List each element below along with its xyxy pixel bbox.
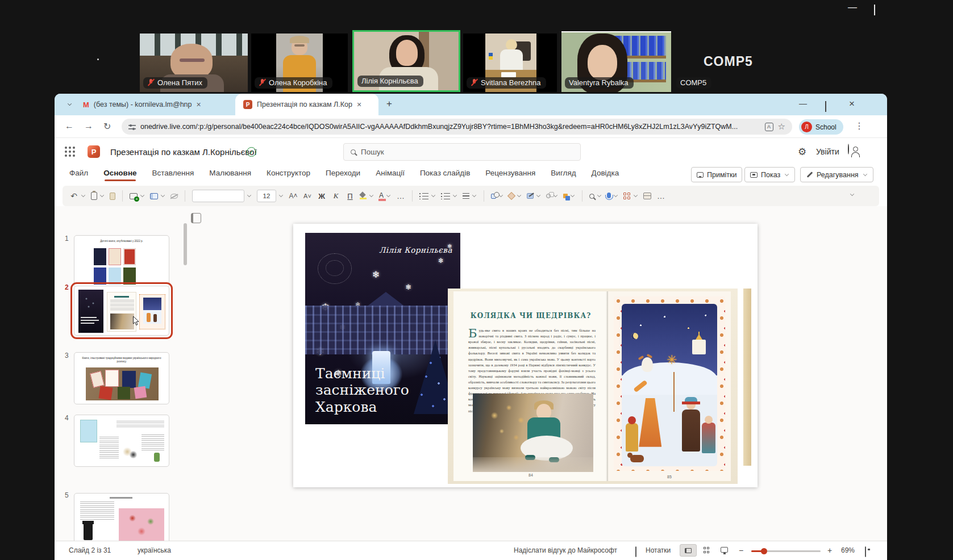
ribbon-tab-design[interactable]: Конструктор (267, 169, 310, 181)
document-title[interactable]: Презентація по казкам Л.Корнільєвої (110, 147, 257, 157)
video-tile-liliia-kornilieva-active-speaker[interactable]: Лілія Корнільєва (352, 30, 460, 92)
font-color-chevron[interactable] (386, 193, 390, 197)
bold-button[interactable]: Ж (317, 191, 326, 200)
shape-fill-chevron[interactable] (517, 193, 521, 197)
find-chevron[interactable] (597, 193, 601, 197)
bullet-list-icon[interactable] (422, 193, 428, 199)
zoom-level[interactable]: 69% (841, 546, 855, 554)
slide-thumbnail-1[interactable]: Дитячі книги, опубліковані у 2022 р. (74, 235, 169, 287)
highlight-color-icon[interactable] (360, 193, 367, 199)
align-chevron[interactable] (472, 193, 476, 197)
highlight-chevron[interactable] (369, 193, 373, 197)
undo-chevron[interactable] (81, 193, 85, 197)
zoom-slider[interactable] (751, 550, 821, 552)
ribbon-tab-animations[interactable]: Анімації (376, 169, 405, 181)
paste-icon[interactable] (91, 192, 97, 200)
hide-slide-icon[interactable] (170, 194, 178, 199)
new-slide-chevron[interactable] (140, 193, 144, 197)
ribbon-tab-view[interactable]: Вигляд (551, 169, 576, 181)
font-color-icon[interactable]: A (379, 191, 384, 201)
more-font-options-icon[interactable]: … (396, 191, 405, 200)
feedback-link[interactable]: Надіслати відгук до Майкрософт (514, 546, 617, 554)
ribbon-tab-file[interactable]: Файл (69, 169, 88, 181)
merge-shapes-icon[interactable] (546, 194, 551, 198)
sign-in-link[interactable]: Увійти (816, 147, 839, 156)
fit-to-window-icon[interactable] (865, 546, 866, 557)
slide-thumbnail-3[interactable]: Книги, ілюстровані традиційними видами у… (74, 352, 169, 404)
slide-counter[interactable]: Слайд 2 із 31 (69, 546, 111, 554)
slide-thumbnail-4[interactable] (74, 415, 169, 467)
ribbon-tab-draw[interactable]: Малювання (209, 169, 251, 181)
chevron-down-icon[interactable] (863, 172, 867, 175)
search-box[interactable]: Пошук (343, 143, 581, 161)
video-tile-comp5[interactable]: COMP5 COMP5 (673, 31, 833, 92)
ribbon-tab-transitions[interactable]: Переходи (326, 169, 360, 181)
app-launcher-waffle-icon[interactable] (65, 147, 75, 157)
zoom-out-button[interactable]: − (739, 546, 743, 555)
tab-gmail[interactable]: M (без темы) - kornileva.lm@hnp × (78, 97, 231, 112)
bookmark-star-icon[interactable]: ☆ (778, 122, 785, 132)
more-toolbar-options-icon[interactable]: … (656, 191, 665, 200)
slide-thumbnail-5[interactable] (74, 493, 169, 545)
slide-sorter-view-button[interactable] (704, 547, 710, 553)
shape-outline-chevron[interactable] (536, 193, 540, 197)
browser-close-button[interactable]: × (849, 98, 855, 110)
slideshow-view-button[interactable] (721, 547, 728, 553)
tab-presentation-active[interactable]: P Презентація по казкам Л.Кор × (235, 94, 378, 115)
layout-chevron[interactable] (161, 193, 165, 197)
language-indicator[interactable]: українська (138, 546, 171, 554)
zoom-slider-thumb[interactable] (761, 548, 767, 554)
meeting-maximize-button[interactable] (874, 5, 875, 15)
merge-shapes-chevron[interactable] (554, 193, 557, 197)
comments-button[interactable]: Примітки (691, 167, 742, 182)
ribbon-tab-help[interactable]: Довідка (592, 169, 619, 181)
shape-fill-icon[interactable] (507, 192, 515, 200)
font-name-select[interactable] (192, 190, 244, 202)
shapes-chevron[interactable] (499, 193, 503, 197)
format-painter-icon[interactable] (110, 193, 115, 200)
settings-gear-icon[interactable]: ⚙ (798, 146, 806, 158)
font-name-chevron[interactable] (247, 193, 251, 197)
align-icon[interactable] (463, 193, 469, 199)
slide-canvas[interactable]: ❄ ❄ ❄ ❄ ❄ ❄ ❄ ❄ ❄ Лілія Корнільєва Таємн… (293, 224, 758, 487)
chevron-down-icon[interactable] (785, 172, 789, 175)
panel-scrollbar[interactable] (184, 223, 187, 265)
designer-icon[interactable] (623, 193, 631, 200)
video-tile-olena-pyatykh[interactable]: Олена Пятих (140, 34, 248, 92)
slide-thumbnail-2-selected[interactable] (74, 286, 169, 336)
browser-restore-button[interactable] (825, 101, 826, 112)
powerpoint-logo[interactable]: P (88, 145, 100, 158)
collapse-panel-icon[interactable] (191, 213, 201, 223)
shapes-icon[interactable] (491, 194, 496, 199)
normal-view-button[interactable] (680, 544, 697, 557)
font-size-chevron[interactable] (279, 193, 283, 197)
forward-button[interactable]: → (84, 121, 93, 131)
layout-icon[interactable] (150, 193, 158, 199)
notes-icon[interactable] (635, 546, 636, 557)
browser-profile-chip[interactable]: Л School (799, 119, 843, 135)
ribbon-tab-insert[interactable]: Вставлення (152, 169, 194, 181)
site-settings-icon[interactable] (128, 124, 136, 130)
paste-chevron[interactable] (100, 193, 104, 197)
zoom-in-button[interactable]: + (827, 546, 832, 555)
browser-minimize-button[interactable]: — (799, 99, 807, 108)
tab-close-icon[interactable]: × (357, 101, 361, 108)
shape-outline-icon[interactable] (527, 193, 534, 199)
shrink-font-icon[interactable]: A˅ (303, 191, 312, 200)
translate-icon[interactable]: A (765, 123, 773, 131)
convert-icon[interactable] (643, 193, 651, 199)
underline-button[interactable]: П (346, 191, 355, 200)
video-tile-olena-korobkina[interactable]: Олена Коробкіна (251, 34, 348, 92)
tab-close-icon[interactable]: × (197, 101, 201, 108)
bullet-chevron[interactable] (431, 193, 435, 197)
tab-search-button[interactable] (64, 99, 75, 110)
italic-button[interactable]: К (331, 191, 340, 200)
editing-mode-button[interactable]: Редагування (800, 167, 873, 182)
undo-icon[interactable]: ↶ (69, 191, 78, 200)
browser-menu-kebab[interactable]: ⋮ (855, 120, 864, 131)
new-slide-icon[interactable] (130, 193, 138, 199)
url-field[interactable]: onedrive.live.com/:p:/g/personal/be400ea… (122, 119, 792, 135)
dictate-chevron[interactable] (614, 193, 618, 197)
ribbon-tab-home[interactable]: Основне (103, 169, 136, 181)
ribbon-tab-review[interactable]: Рецензування (485, 169, 535, 181)
